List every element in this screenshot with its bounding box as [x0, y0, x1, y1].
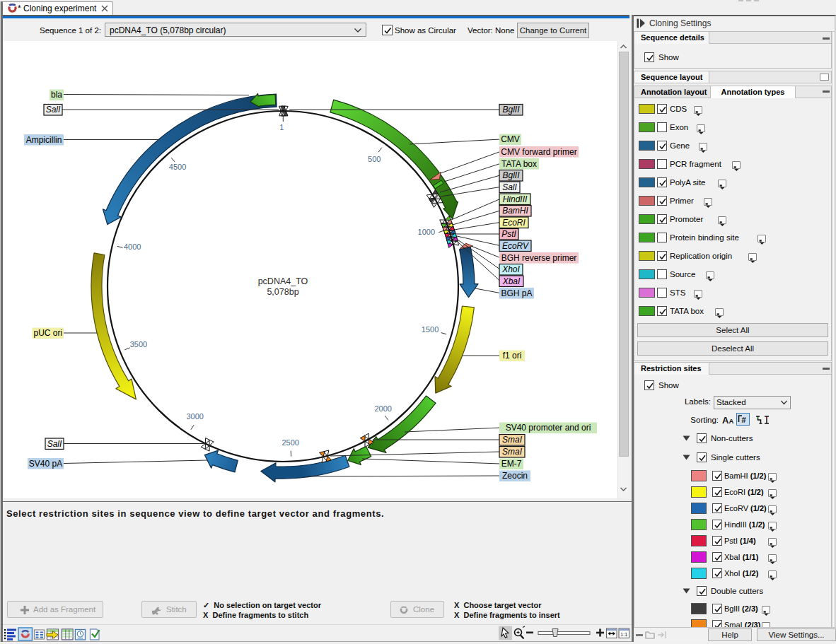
svg-text:BGH reverse primer: BGH reverse primer	[501, 253, 577, 263]
svg-text:CMV forward primer: CMV forward primer	[501, 147, 576, 157]
svg-text:1500: 1500	[422, 325, 439, 334]
svg-text:EM-7: EM-7	[501, 459, 522, 469]
svg-text:pcDNA4_TO: pcDNA4_TO	[258, 276, 308, 286]
svg-text:SV40 promoter and ori: SV40 promoter and ori	[506, 423, 591, 433]
svg-text:BamHI: BamHI	[502, 206, 528, 216]
svg-text:Zeocin: Zeocin	[502, 471, 528, 481]
svg-text:bla: bla	[51, 90, 62, 100]
svg-text:BglII: BglII	[502, 105, 520, 115]
svg-text:CMV: CMV	[501, 134, 520, 144]
svg-text:SV40 pA: SV40 pA	[29, 459, 62, 469]
svg-text:pUC ori: pUC ori	[33, 328, 62, 338]
svg-text:2000: 2000	[374, 404, 391, 413]
svg-text:BglII: BglII	[502, 170, 520, 180]
svg-text:2500: 2500	[281, 438, 298, 447]
svg-text:PstI: PstI	[501, 229, 516, 239]
svg-text:EcoRI: EcoRI	[502, 218, 526, 228]
svg-text:SmaI: SmaI	[502, 435, 523, 445]
svg-text:SalI: SalI	[47, 439, 62, 449]
svg-text:SalI: SalI	[502, 182, 517, 192]
svg-text:500: 500	[368, 155, 381, 163]
svg-text:1:1: 1:1	[620, 632, 627, 637]
svg-text:SalI: SalI	[46, 105, 61, 115]
svg-text:XbaI: XbaI	[502, 276, 521, 286]
svg-text:EcoRV: EcoRV	[502, 241, 529, 251]
svg-text:XhoI: XhoI	[501, 264, 520, 274]
svg-text:1000: 1000	[418, 228, 435, 236]
svg-text:3000: 3000	[186, 412, 203, 421]
svg-text:1: 1	[279, 123, 284, 131]
svg-text:HindIII: HindIII	[503, 194, 528, 204]
svg-text:BGH pA: BGH pA	[501, 288, 532, 298]
svg-text:4000: 4000	[124, 242, 141, 251]
svg-text:f1 ori: f1 ori	[503, 351, 522, 361]
svg-text:3500: 3500	[130, 340, 147, 349]
svg-text:4500: 4500	[169, 163, 186, 171]
svg-text:TATA box: TATA box	[501, 159, 537, 169]
svg-text:SmaI: SmaI	[502, 447, 523, 457]
svg-text:5,078bp: 5,078bp	[267, 287, 298, 297]
svg-text:#: #	[742, 416, 746, 424]
svg-text:Ampicillin: Ampicillin	[26, 135, 62, 145]
